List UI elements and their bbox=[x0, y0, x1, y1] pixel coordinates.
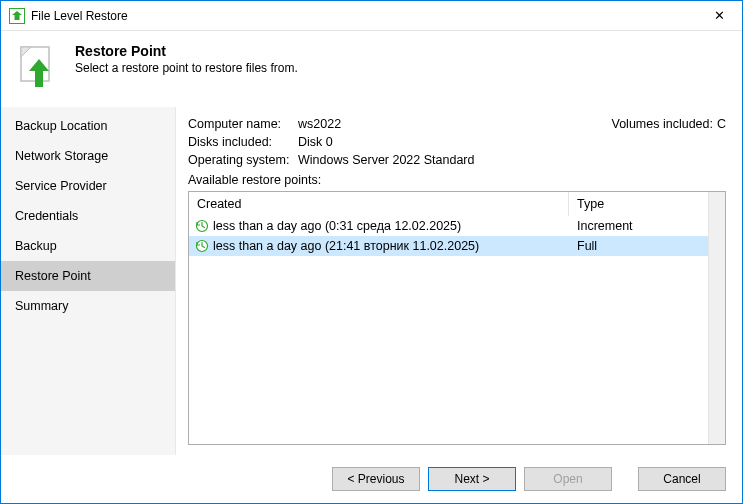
column-header-type[interactable]: Type bbox=[569, 192, 708, 216]
sidebar-item-network-storage[interactable]: Network Storage bbox=[1, 141, 175, 171]
wizard-footer: < Previous Next > Open Cancel bbox=[1, 455, 742, 503]
header-banner: Restore Point Select a restore point to … bbox=[1, 31, 742, 107]
titlebar: File Level Restore ✕ bbox=[1, 1, 742, 31]
computer-name-value: ws2022 bbox=[298, 117, 612, 131]
wizard-sidebar: Backup LocationNetwork StorageService Pr… bbox=[1, 107, 176, 455]
restore-page-icon bbox=[15, 43, 63, 91]
window-title: File Level Restore bbox=[31, 9, 697, 23]
table-row[interactable]: less than a day ago (0:31 среда 12.02.20… bbox=[189, 216, 708, 236]
available-restore-points-label: Available restore points: bbox=[188, 173, 726, 187]
previous-button[interactable]: < Previous bbox=[332, 467, 420, 491]
page-subtitle: Select a restore point to restore files … bbox=[75, 61, 298, 75]
table-row[interactable]: less than a day ago (21:41 вторник 11.02… bbox=[189, 236, 708, 256]
sidebar-item-restore-point[interactable]: Restore Point bbox=[1, 261, 175, 291]
app-icon bbox=[9, 8, 25, 24]
next-button[interactable]: Next > bbox=[428, 467, 516, 491]
os-label: Operating system: bbox=[188, 153, 298, 167]
sidebar-item-label: Backup Location bbox=[15, 119, 107, 133]
vertical-scrollbar[interactable] bbox=[708, 192, 725, 444]
cell-type: Full bbox=[569, 239, 708, 253]
close-icon: ✕ bbox=[714, 8, 725, 23]
os-value: Windows Server 2022 Standard bbox=[298, 153, 726, 167]
disks-value: Disk 0 bbox=[298, 135, 726, 149]
cell-type: Increment bbox=[569, 219, 708, 233]
sidebar-item-service-provider[interactable]: Service Provider bbox=[1, 171, 175, 201]
main-area: Backup LocationNetwork StorageService Pr… bbox=[1, 107, 742, 455]
sidebar-item-label: Backup bbox=[15, 239, 57, 253]
restore-point-icon bbox=[195, 239, 209, 253]
page-title: Restore Point bbox=[75, 43, 298, 59]
cell-created: less than a day ago (21:41 вторник 11.02… bbox=[213, 239, 479, 253]
open-button[interactable]: Open bbox=[524, 467, 612, 491]
sidebar-item-label: Service Provider bbox=[15, 179, 107, 193]
computer-name-label: Computer name: bbox=[188, 117, 298, 131]
volumes-value: C bbox=[717, 117, 726, 131]
sidebar-item-label: Credentials bbox=[15, 209, 78, 223]
sidebar-item-backup[interactable]: Backup bbox=[1, 231, 175, 261]
volumes-label: Volumes included: bbox=[612, 117, 717, 131]
sidebar-item-label: Restore Point bbox=[15, 269, 91, 283]
sidebar-item-label: Network Storage bbox=[15, 149, 108, 163]
sidebar-item-backup-location[interactable]: Backup Location bbox=[1, 111, 175, 141]
sidebar-item-summary[interactable]: Summary bbox=[1, 291, 175, 321]
column-header-created[interactable]: Created bbox=[189, 192, 569, 216]
close-button[interactable]: ✕ bbox=[697, 1, 742, 31]
restore-points-table: Created Type less than a day ago (0:31 с… bbox=[188, 191, 726, 445]
cell-created: less than a day ago (0:31 среда 12.02.20… bbox=[213, 219, 461, 233]
cancel-button[interactable]: Cancel bbox=[638, 467, 726, 491]
table-header: Created Type bbox=[189, 192, 708, 216]
content-pane: Computer name: ws2022 Volumes included: … bbox=[176, 107, 742, 455]
sidebar-item-credentials[interactable]: Credentials bbox=[1, 201, 175, 231]
sidebar-item-label: Summary bbox=[15, 299, 68, 313]
details-grid: Computer name: ws2022 Volumes included: … bbox=[188, 117, 726, 167]
restore-point-icon bbox=[195, 219, 209, 233]
disks-label: Disks included: bbox=[188, 135, 298, 149]
